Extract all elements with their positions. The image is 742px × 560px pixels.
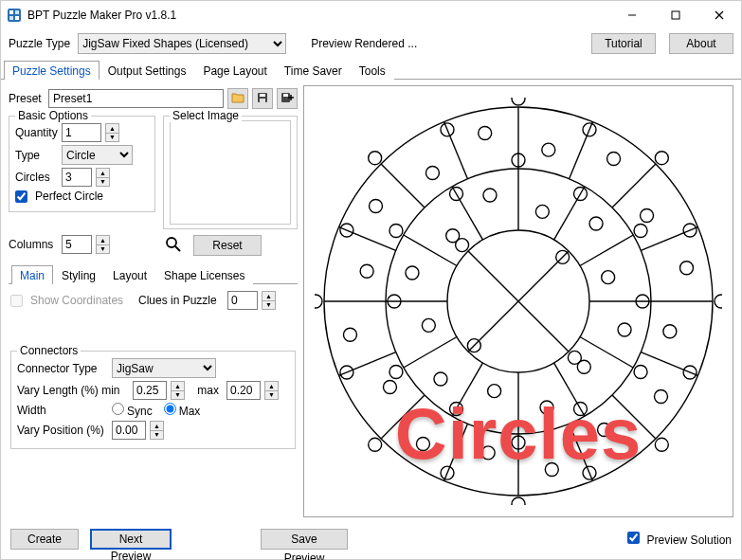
preview-solution-wrap[interactable]: Preview Solution [627, 532, 732, 547]
titlebar: BPT Puzzle Maker Pro v1.8.1 [1, 1, 741, 29]
svg-rect-1 [9, 10, 13, 14]
main-tabstrip: Puzzle Settings Output Settings Page Lay… [1, 60, 741, 80]
puzzle-type-select[interactable]: JigSaw Fixed Shapes (Licensed) [78, 33, 286, 54]
svg-point-55 [369, 438, 382, 451]
width-max-label: Max [179, 405, 201, 418]
vary-length-min-stepper[interactable]: ▲▼ [171, 381, 185, 400]
width-sync-radio-wrap[interactable]: Sync [112, 403, 153, 418]
type-label: Type [15, 149, 58, 162]
svg-rect-11 [260, 99, 265, 102]
connector-type-label: Connector Type [17, 362, 108, 375]
preset-label: Preset [9, 92, 45, 105]
svg-line-74 [554, 187, 586, 240]
tutorial-button[interactable]: Tutorial [591, 33, 656, 54]
vary-length-min-input[interactable] [133, 381, 167, 400]
svg-point-48 [481, 446, 495, 460]
basic-options-legend: Basic Options [15, 109, 91, 122]
sub-tabstrip: Main Styling Layout Shape Licenses [9, 264, 298, 284]
vary-position-stepper[interactable]: ▲▼ [150, 421, 164, 440]
width-sync-label: Sync [127, 405, 153, 418]
type-select[interactable]: Circle [62, 145, 133, 165]
svg-point-37 [715, 295, 722, 308]
svg-point-87 [540, 401, 553, 414]
svg-point-60 [360, 264, 373, 278]
preset-save-as-button[interactable] [277, 88, 298, 109]
preview-svg [315, 98, 722, 505]
columns-input[interactable] [62, 235, 92, 254]
svg-line-65 [381, 164, 425, 208]
clues-input[interactable] [227, 291, 258, 310]
subtab-styling[interactable]: Styling [53, 265, 104, 284]
svg-line-44 [570, 424, 593, 480]
preset-save-button[interactable] [252, 88, 273, 109]
svg-line-56 [339, 352, 396, 376]
minimize-button[interactable] [610, 1, 654, 29]
connectors-group: Connectors Connector Type JigSaw Vary Le… [10, 351, 296, 449]
preview-solution-checkbox[interactable] [627, 532, 640, 544]
zoom-button[interactable] [163, 235, 184, 256]
columns-label: Columns [9, 238, 58, 251]
width-max-radio[interactable] [164, 403, 176, 415]
svg-point-97 [389, 366, 403, 379]
save-preview-button[interactable]: Save Preview [261, 529, 348, 550]
vary-position-label: Vary Position (%) [17, 424, 108, 437]
svg-line-68 [444, 122, 468, 179]
vary-length-label: Vary Length (%) min [17, 384, 129, 397]
subtab-main[interactable]: Main [11, 265, 53, 284]
svg-point-78 [602, 271, 615, 284]
width-sync-radio[interactable] [112, 403, 124, 415]
clues-stepper[interactable]: ▲▼ [262, 291, 276, 310]
preset-input[interactable] [48, 89, 224, 108]
svg-line-92 [452, 363, 483, 416]
maximize-button[interactable] [654, 1, 697, 29]
circles-stepper[interactable]: ▲▼ [96, 168, 110, 187]
reset-button[interactable]: Reset [193, 235, 262, 256]
svg-line-62 [339, 227, 396, 251]
quantity-stepper[interactable]: ▲▼ [105, 123, 119, 142]
tab-page-layout[interactable]: Page Layout [194, 61, 275, 80]
about-button[interactable]: About [669, 33, 733, 54]
svg-point-110 [456, 239, 469, 252]
perfect-circle-checkbox[interactable] [15, 190, 27, 203]
svg-rect-3 [9, 16, 13, 20]
svg-point-69 [479, 126, 492, 139]
tab-output-settings[interactable]: Output Settings [100, 61, 195, 80]
svg-line-77 [580, 235, 633, 266]
svg-point-33 [680, 262, 694, 275]
svg-line-83 [580, 337, 633, 369]
quantity-input[interactable] [62, 123, 101, 142]
svg-point-99 [406, 266, 419, 280]
preset-open-button[interactable] [227, 88, 248, 109]
vary-position-input[interactable] [112, 421, 146, 440]
tab-time-saver[interactable]: Time Saver [276, 61, 351, 80]
width-max-radio-wrap[interactable]: Max [164, 403, 201, 418]
create-button[interactable]: Create [10, 529, 79, 550]
vary-length-max-stepper[interactable]: ▲▼ [264, 381, 279, 400]
vary-length-max-input[interactable] [226, 381, 261, 400]
window-title: BPT Puzzle Maker Pro v1.8.1 [27, 9, 610, 22]
connectors-legend: Connectors [17, 344, 81, 357]
svg-line-104 [452, 187, 483, 240]
subtab-shape-licenses[interactable]: Shape Licenses [155, 265, 253, 284]
circles-input[interactable] [62, 168, 92, 187]
save-icon [257, 92, 268, 106]
svg-point-72 [535, 205, 549, 218]
tab-tools[interactable]: Tools [351, 61, 394, 80]
next-preview-button[interactable]: Next Preview [90, 529, 172, 550]
svg-line-53 [381, 395, 425, 439]
svg-point-42 [598, 424, 611, 437]
columns-stepper[interactable]: ▲▼ [96, 235, 110, 254]
image-well[interactable] [170, 120, 291, 225]
svg-rect-13 [283, 94, 288, 97]
close-button[interactable] [697, 1, 741, 29]
svg-point-90 [488, 385, 501, 398]
svg-point-79 [634, 225, 647, 238]
subtab-layout[interactable]: Layout [104, 265, 155, 284]
perfect-circle-label: Perfect Circle [35, 190, 103, 203]
preview-solution-label: Preview Solution [647, 533, 732, 547]
svg-point-81 [618, 323, 631, 336]
connector-type-select[interactable]: JigSaw [112, 358, 216, 378]
svg-point-24 [542, 143, 555, 156]
svg-point-67 [369, 152, 382, 165]
tab-puzzle-settings[interactable]: Puzzle Settings [4, 61, 100, 80]
